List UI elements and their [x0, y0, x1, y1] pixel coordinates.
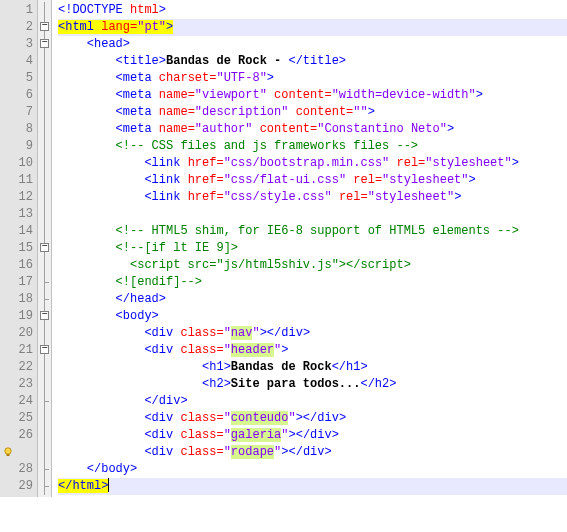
code-token: content=	[267, 88, 332, 102]
code-line[interactable]: <div class="rodape"></div>	[58, 444, 567, 461]
code-line[interactable]: <meta name="description" content="">	[58, 104, 567, 121]
code-line[interactable]: <html lang="pt">	[58, 19, 567, 36]
code-line[interactable]: <link href="css/style.css" rel="styleshe…	[58, 189, 567, 206]
line-number: 6	[0, 87, 33, 104]
code-line[interactable]: <!--[if lt IE 9]>	[58, 240, 567, 257]
code-token: rel=	[389, 156, 425, 170]
code-token: class=	[180, 326, 223, 340]
code-area[interactable]: <!DOCTYPE html><html lang="pt"> <head> <…	[52, 0, 567, 497]
code-token: Bandas de Rock	[231, 360, 332, 374]
code-token: "stylesheet"	[382, 173, 468, 187]
code-token: <div	[144, 445, 180, 459]
code-line[interactable]: <!-- HTML5 shim, for IE6-8 support of HT…	[58, 223, 567, 240]
text-caret	[108, 478, 109, 492]
code-line[interactable]: <title>Bandas de Rock - </title>	[58, 53, 567, 70]
line-number: 26	[0, 427, 33, 444]
code-line[interactable]: <meta name="author" content="Constantino…	[58, 121, 567, 138]
code-line[interactable]: <body>	[58, 308, 567, 325]
line-number: 15	[0, 240, 33, 257]
code-token: ></div>	[296, 411, 346, 425]
code-line[interactable]: <div class="header">	[58, 342, 567, 359]
line-number: 16	[0, 257, 33, 274]
code-line[interactable]: <h2>Site para todos...</h2>	[58, 376, 567, 393]
code-token: class=	[180, 428, 223, 442]
code-token: <div	[144, 326, 180, 340]
code-token: "css/bootstrap.min.css"	[224, 156, 390, 170]
code-token: charset=	[159, 71, 217, 85]
code-token: >	[447, 122, 454, 136]
line-number: 21	[0, 342, 33, 359]
code-line[interactable]: <script src="js/html5shiv.js"></script>	[58, 257, 567, 274]
fold-toggle-icon[interactable]: −	[40, 243, 49, 252]
code-token: >	[159, 3, 166, 17]
code-line[interactable]: </div>	[58, 393, 567, 410]
code-token: <!-- HTML5 shim, for IE6-8 support of HT…	[116, 224, 519, 238]
code-token: "	[224, 343, 231, 357]
code-line[interactable]: <meta name="viewport" content="width=dev…	[58, 87, 567, 104]
code-token: "	[224, 326, 231, 340]
code-token: rel=	[332, 190, 368, 204]
code-token: ""	[353, 105, 367, 119]
code-token: </div>	[144, 394, 187, 408]
code-token: ></div>	[288, 428, 338, 442]
line-number: 29	[0, 478, 33, 495]
code-token: >	[512, 156, 519, 170]
fold-toggle-icon[interactable]: −	[40, 39, 49, 48]
code-token: <meta	[116, 122, 159, 136]
fold-toggle-icon[interactable]: −	[40, 345, 49, 354]
code-line[interactable]: </html>	[58, 478, 567, 495]
code-token: "width=device-width"	[332, 88, 476, 102]
code-line[interactable]: <meta charset="UTF-8">	[58, 70, 567, 87]
code-token	[123, 3, 130, 17]
code-token: <title>	[116, 54, 166, 68]
code-token: nav	[231, 326, 253, 340]
fold-toggle-icon[interactable]: −	[40, 22, 49, 31]
code-token: name=	[159, 105, 195, 119]
line-number: 14	[0, 223, 33, 240]
line-number	[0, 444, 33, 461]
code-line[interactable]: <link href="css/flat-ui.css" rel="styles…	[58, 172, 567, 189]
code-line[interactable]: <div class="galeria"></div>	[58, 427, 567, 444]
code-token: </body>	[87, 462, 137, 476]
code-token: "	[224, 428, 231, 442]
line-number: 25	[0, 410, 33, 427]
line-number: 10	[0, 155, 33, 172]
code-token: <meta	[116, 105, 159, 119]
fold-gutter[interactable]: −−−−−	[38, 0, 52, 497]
code-line[interactable]: <div class="nav"></div>	[58, 325, 567, 342]
line-number-gutter: 1234567891011121314151617181920212223242…	[0, 0, 38, 497]
code-token: >	[469, 173, 476, 187]
code-line[interactable]: </body>	[58, 461, 567, 478]
code-line[interactable]	[58, 206, 567, 223]
svg-point-0	[5, 448, 11, 454]
code-token: ></div>	[260, 326, 310, 340]
code-token: galeria	[231, 428, 281, 442]
code-token: rodape	[231, 445, 274, 459]
code-line[interactable]: <!DOCTYPE html>	[58, 2, 567, 19]
code-token: <h2>	[202, 377, 231, 391]
code-token: >	[281, 343, 288, 357]
fold-toggle-icon[interactable]: −	[40, 311, 49, 320]
code-token: "author"	[195, 122, 253, 136]
line-number: 11	[0, 172, 33, 189]
code-line[interactable]: <head>	[58, 36, 567, 53]
code-token: <!DOCTYPE	[58, 3, 123, 17]
code-token: conteudo	[231, 411, 289, 425]
code-token: "	[288, 411, 295, 425]
code-line[interactable]: <link href="css/bootstrap.min.css" rel="…	[58, 155, 567, 172]
code-token: content=	[252, 122, 317, 136]
code-line[interactable]: <![endif]-->	[58, 274, 567, 291]
line-number: 7	[0, 104, 33, 121]
code-line[interactable]: <div class="conteudo"></div>	[58, 410, 567, 427]
line-number: 28	[0, 461, 33, 478]
code-token: "viewport"	[195, 88, 267, 102]
code-token: ></div>	[281, 445, 331, 459]
code-token: <script src="js/html5shiv.js"></script>	[116, 258, 411, 272]
code-line[interactable]: <h1>Bandas de Rock</h1>	[58, 359, 567, 376]
code-editor[interactable]: 1234567891011121314151617181920212223242…	[0, 0, 567, 497]
code-line[interactable]: </head>	[58, 291, 567, 308]
code-token: html	[130, 3, 159, 17]
lightbulb-icon[interactable]	[2, 446, 14, 458]
code-token: Site para todos...	[231, 377, 361, 391]
code-line[interactable]: <!-- CSS files and js frameworks files -…	[58, 138, 567, 155]
